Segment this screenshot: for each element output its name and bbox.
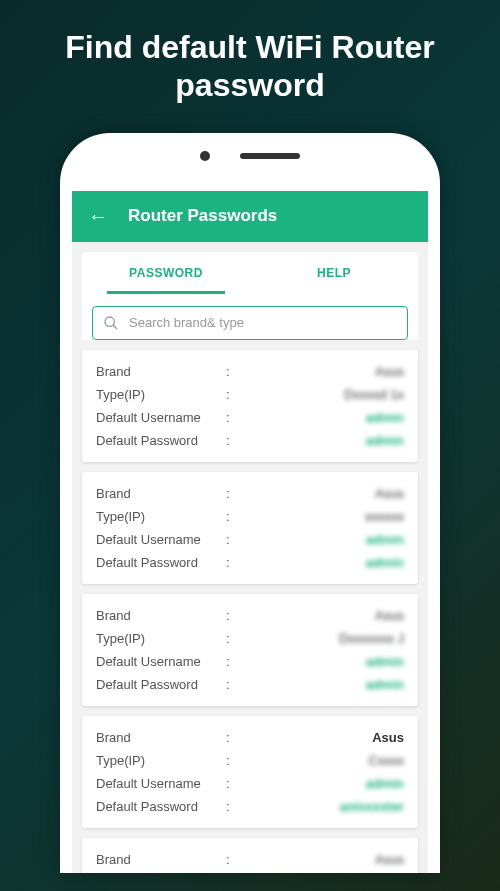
router-card[interactable]: Brand:AsusType(IP):xxxxxxDefault Usernam… [82, 472, 418, 584]
row-value: Asus [238, 730, 404, 745]
row-value: anisxxxter [238, 799, 404, 814]
search-input[interactable]: Search brand& type [92, 306, 408, 340]
row-value: admin [238, 532, 404, 547]
row-value: Asus [238, 608, 404, 623]
card-row: Default Username:admin [96, 772, 404, 795]
row-label: Default Username [96, 776, 226, 791]
row-value: admin [238, 433, 404, 448]
row-colon: : [226, 654, 238, 669]
search-placeholder: Search brand& type [129, 315, 244, 330]
row-colon: : [226, 677, 238, 692]
row-colon: : [226, 753, 238, 768]
row-label: Default Password [96, 799, 226, 814]
router-card[interactable]: Brand:AsusType(IP):Dxxxxd 1xDefault User… [82, 350, 418, 462]
row-label: Default Username [96, 410, 226, 425]
card-row: Brand:Asus [96, 482, 404, 505]
row-label: Brand [96, 730, 226, 745]
phone-frame: ← Router Passwords PASSWORD HELP Search … [60, 133, 440, 873]
row-label: Brand [96, 608, 226, 623]
card-row: Default Password:admin [96, 551, 404, 574]
card-row: Default Username:admin [96, 406, 404, 429]
row-colon: : [226, 799, 238, 814]
app-header: ← Router Passwords [72, 191, 428, 242]
row-value: admin [238, 677, 404, 692]
phone-notch [72, 145, 428, 173]
row-value: admin [238, 776, 404, 791]
search-section: Search brand& type [82, 294, 418, 340]
tab-help[interactable]: HELP [250, 252, 418, 294]
card-row: Brand:Asus [96, 848, 404, 871]
row-value: Asus [238, 364, 404, 379]
row-colon: : [226, 730, 238, 745]
row-label: Type(IP) [96, 509, 226, 524]
row-value: Dxxxxxxx J [238, 631, 404, 646]
row-value: Asus [238, 852, 404, 867]
card-row: Default Password:admin [96, 673, 404, 696]
svg-point-0 [105, 317, 114, 326]
row-label: Default Username [96, 532, 226, 547]
back-arrow-icon[interactable]: ← [88, 205, 108, 228]
row-value: admin [238, 410, 404, 425]
card-row: Default Username:admin [96, 650, 404, 673]
row-colon: : [226, 509, 238, 524]
row-value: admin [238, 555, 404, 570]
card-row: Type(IP):xxxxxx [96, 505, 404, 528]
row-label: Brand [96, 852, 226, 867]
row-colon: : [226, 555, 238, 570]
row-label: Type(IP) [96, 753, 226, 768]
status-bar [72, 173, 428, 191]
card-row: Default Password:admin [96, 429, 404, 452]
row-label: Brand [96, 486, 226, 501]
row-label: Type(IP) [96, 387, 226, 402]
row-value: Cxxxx [238, 753, 404, 768]
promo-heading: Find default WiFi Router password [0, 0, 500, 125]
row-label: Default Password [96, 555, 226, 570]
row-value: admin [238, 654, 404, 669]
row-value: Dxxxxd 1x [238, 387, 404, 402]
row-colon: : [226, 486, 238, 501]
card-row: Brand:Asus [96, 360, 404, 383]
card-row: Default Username:admin [96, 528, 404, 551]
row-colon: : [226, 532, 238, 547]
row-colon: : [226, 631, 238, 646]
row-label: Default Username [96, 654, 226, 669]
row-value: xxxxxx [238, 509, 404, 524]
row-label: Brand [96, 364, 226, 379]
row-label: Default Password [96, 433, 226, 448]
card-row: Type(IP):Cxxxx [96, 749, 404, 772]
card-row: Brand:Asus [96, 604, 404, 627]
card-row: Brand:Asus [96, 726, 404, 749]
row-colon: : [226, 608, 238, 623]
header-title: Router Passwords [128, 206, 277, 226]
tabs: PASSWORD HELP [82, 252, 418, 294]
row-colon: : [226, 433, 238, 448]
svg-line-1 [113, 325, 117, 329]
card-row: Type(IP):Dxxxxxxx J [96, 627, 404, 650]
row-value: Asus [238, 486, 404, 501]
row-label: Type(IP) [96, 631, 226, 646]
row-colon: : [226, 852, 238, 867]
cards-list: Brand:AsusType(IP):Dxxxxd 1xDefault User… [82, 350, 418, 873]
speaker-icon [240, 153, 300, 159]
router-card[interactable]: Brand:AsusType(IP):Rxxxxxx 0Default User… [82, 838, 418, 873]
tab-password[interactable]: PASSWORD [82, 252, 250, 294]
search-icon [103, 315, 119, 331]
camera-icon [200, 151, 210, 161]
card-row: Type(IP):Rxxxxxx 0 [96, 871, 404, 873]
row-colon: : [226, 410, 238, 425]
router-card[interactable]: Brand:AsusType(IP):CxxxxDefault Username… [82, 716, 418, 828]
phone-screen: ← Router Passwords PASSWORD HELP Search … [72, 173, 428, 873]
router-card[interactable]: Brand:AsusType(IP):Dxxxxxxx JDefault Use… [82, 594, 418, 706]
row-colon: : [226, 776, 238, 791]
card-row: Default Password:anisxxxter [96, 795, 404, 818]
row-colon: : [226, 387, 238, 402]
row-label: Default Password [96, 677, 226, 692]
card-row: Type(IP):Dxxxxd 1x [96, 383, 404, 406]
row-colon: : [226, 364, 238, 379]
